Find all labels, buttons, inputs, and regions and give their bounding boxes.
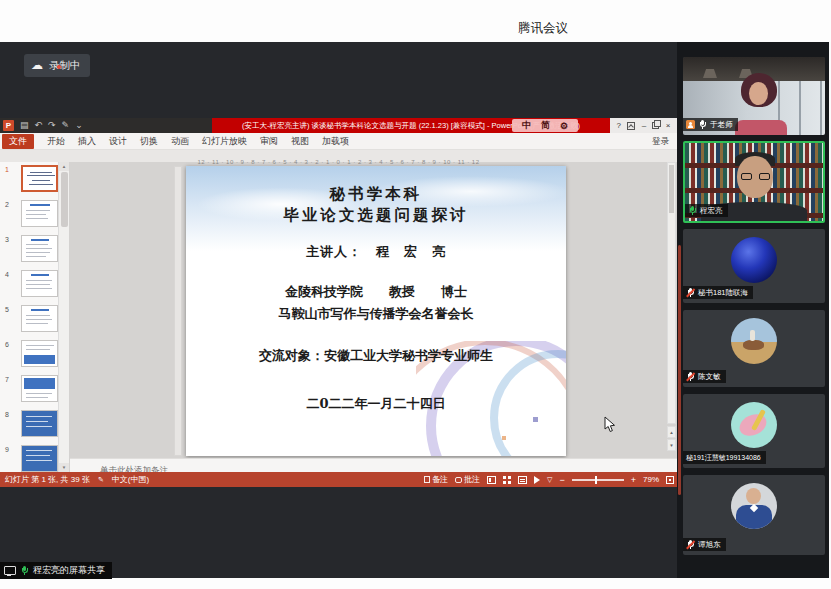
previous-slide-button[interactable]: ▲	[667, 426, 676, 438]
horizontal-ruler: 12 · 11 · 10 · 9 · 8 · 7 · 6 · 5 · 4 · 3…	[0, 150, 677, 162]
slide-date-line[interactable]: 二0二二年一月二十四日	[306, 395, 445, 413]
restore-button[interactable]	[652, 122, 659, 129]
fit-to-window-button[interactable]	[666, 476, 674, 484]
thumb-number: 7	[5, 376, 9, 383]
slide-thumbnail-9[interactable]	[21, 445, 58, 472]
screen-share-indicator[interactable]: 程宏亮的屏幕共享	[0, 562, 112, 579]
slide-thumbnail-4[interactable]	[21, 270, 58, 297]
participant-name: 陈文敏	[698, 372, 721, 382]
participant-label: 谭旭东	[683, 538, 726, 551]
tab-view[interactable]: 视图	[291, 135, 309, 148]
save-icon[interactable]: ▤	[20, 118, 29, 133]
mic-muted-icon	[686, 372, 695, 382]
slide-thumbnail-7[interactable]	[21, 375, 58, 402]
tab-file[interactable]: 文件	[2, 134, 34, 149]
qat-customize-icon[interactable]: ⌄	[75, 118, 83, 133]
mouse-cursor	[604, 416, 616, 433]
ribbon-options-button[interactable]	[627, 122, 635, 130]
spellcheck-icon[interactable]: ✎	[98, 476, 104, 484]
language-label[interactable]: 中文(中国)	[112, 474, 149, 485]
ime-lang-label[interactable]: 中	[522, 119, 531, 132]
help-button[interactable]: ?	[616, 118, 620, 133]
participant-label: 于老师	[683, 118, 738, 131]
app-title: 腾讯会议	[518, 20, 568, 37]
ppt-status-bar: 幻灯片 第 1 张, 共 39 张 ✎ 中文(中国) 备注 批注 ▽ −	[0, 472, 677, 487]
powerpoint-logo-icon[interactable]: P	[3, 120, 14, 131]
redo-icon[interactable]: ↷	[48, 118, 56, 133]
zoom-slider-thumb[interactable]	[595, 476, 597, 484]
zoom-percent[interactable]: 79%	[643, 475, 659, 484]
slide-scrollbar[interactable]	[667, 162, 676, 424]
scrollbar-thumb[interactable]	[61, 172, 68, 227]
share-label: 程宏亮的屏幕共享	[33, 564, 105, 577]
participant-label: 秘书181陆联海	[683, 286, 753, 299]
slide-thumbnail-8[interactable]	[21, 410, 58, 437]
tab-animations[interactable]: 动画	[171, 135, 189, 148]
slideshow-view-button[interactable]	[534, 476, 540, 484]
tab-design[interactable]: 设计	[109, 135, 127, 148]
ime-mode-label[interactable]: 简	[541, 119, 550, 132]
participant-name: 于老师	[710, 120, 733, 130]
slide-thumbnail-1[interactable]	[21, 165, 58, 192]
participant-tile-2-active-speaker[interactable]: 程宏亮	[683, 141, 825, 223]
slide-title-line2[interactable]: 毕业论文选题问题探讨	[284, 205, 469, 226]
participant-tile-1[interactable]: 于老师	[683, 57, 825, 135]
participant-tile-3[interactable]: 秘书181陆联海	[683, 229, 825, 303]
slide-audience-line[interactable]: 交流对象：安徽工业大学秘书学专业师生	[259, 347, 493, 365]
slide-speaker-line[interactable]: 主讲人： 程 宏 亮	[306, 243, 446, 261]
touch-mode-icon[interactable]: ✎	[62, 118, 70, 133]
normal-view-button[interactable]	[487, 476, 496, 484]
tab-review[interactable]: 审阅	[260, 135, 278, 148]
tab-insert[interactable]: 插入	[78, 135, 96, 148]
ime-toolbar[interactable]: 中 简 ⚙	[512, 119, 578, 132]
thumb-number: 9	[5, 446, 9, 453]
sign-in-link[interactable]: 登录	[652, 136, 669, 148]
tab-addins[interactable]: 加载项	[322, 135, 349, 148]
participant-tile-5[interactable]: 秘191汪慧敏199134086	[683, 394, 825, 468]
slide-sorter-view-button[interactable]	[503, 476, 506, 479]
zoom-out-button[interactable]: −	[559, 475, 564, 485]
comments-toggle-button[interactable]: 批注	[455, 474, 480, 485]
slide-thumbnail-2[interactable]	[21, 200, 58, 227]
minimize-button[interactable]: –	[642, 118, 646, 133]
scroll-down-icon[interactable]: ▼	[59, 463, 69, 472]
ime-settings-gear-icon[interactable]: ⚙	[560, 121, 568, 131]
reading-view-button[interactable]	[518, 476, 527, 484]
participant-tile-4[interactable]: 陈文敏	[683, 310, 825, 387]
monitor-icon	[4, 566, 16, 575]
avatar	[731, 237, 777, 283]
tab-home[interactable]: 开始	[47, 135, 65, 148]
avatar	[731, 402, 777, 448]
recording-indicator[interactable]: ☁ 录制中	[24, 54, 90, 77]
slide-canvas[interactable]: 秘书学本科 毕业论文选题问题探讨 主讲人： 程 宏 亮 金陵科技学院 教授 博士…	[186, 166, 566, 456]
participant-name: 谭旭东	[698, 540, 721, 550]
tab-slideshow[interactable]: 幻灯片放映	[202, 135, 247, 148]
mic-on-icon	[698, 120, 707, 130]
thumb-number: 2	[5, 201, 9, 208]
recording-label: 录制中	[49, 59, 81, 73]
undo-icon[interactable]: ↶	[35, 118, 43, 133]
close-button[interactable]: ×	[666, 118, 671, 133]
slide-affiliation-line1[interactable]: 金陵科技学院 教授 博士	[285, 283, 467, 301]
participant-tile-6[interactable]: 谭旭东	[683, 475, 825, 555]
slide-thumbnail-6[interactable]	[21, 340, 58, 367]
participant-label: 程宏亮	[685, 204, 728, 217]
zoom-slider[interactable]	[572, 479, 624, 481]
sidebar-scrollbar[interactable]	[678, 245, 681, 495]
fit-options-icon[interactable]: ▽	[547, 476, 552, 484]
tab-transitions[interactable]: 切换	[140, 135, 158, 148]
thumb-number: 1	[5, 166, 9, 173]
zoom-in-button[interactable]: +	[631, 475, 636, 485]
thumbnail-scrollbar[interactable]: ▲ ▼	[58, 162, 69, 472]
scrollbar-thumb[interactable]	[669, 165, 674, 213]
slide-title-line1[interactable]: 秘书学本科	[330, 184, 423, 205]
slide-affiliation-line2[interactable]: 马鞍山市写作与传播学会名誉会长	[279, 305, 474, 323]
next-slide-button[interactable]: ▼	[667, 439, 676, 451]
scroll-up-icon[interactable]: ▲	[59, 162, 69, 171]
notes-pane[interactable]: 单击此处添加备注	[70, 458, 677, 472]
slide-thumbnail-5[interactable]	[21, 305, 58, 332]
participants-sidebar: 于老师 程宏亮 秘书181陆联海 陈文敏	[677, 42, 829, 578]
slide-thumbnail-3[interactable]	[21, 235, 58, 262]
participant-name: 秘191汪慧敏199134086	[686, 453, 761, 463]
notes-toggle-button[interactable]: 备注	[424, 474, 448, 485]
